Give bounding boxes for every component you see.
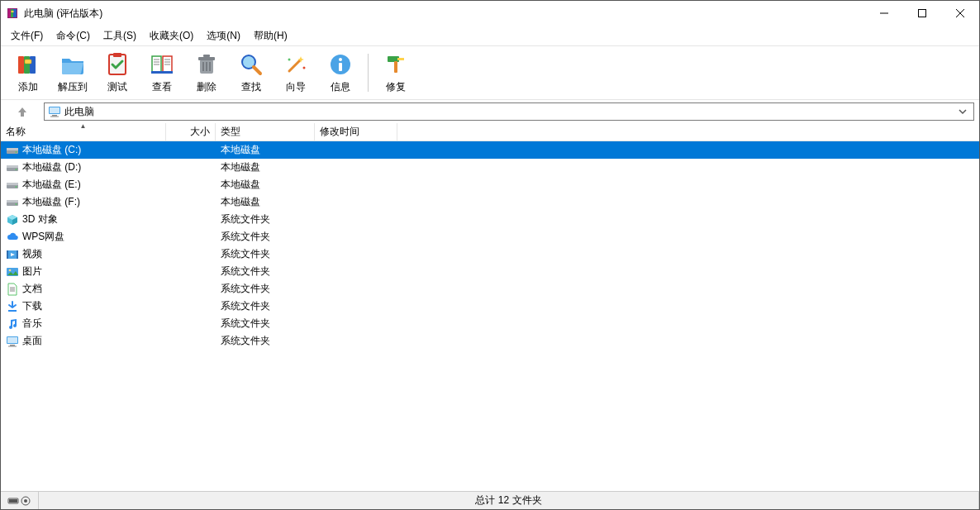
menu-help[interactable]: 帮助(H) — [247, 27, 294, 45]
toolbar-separator — [368, 54, 369, 92]
row-type: 系统文件夹 — [216, 265, 315, 279]
svg-rect-53 — [7, 200, 18, 203]
wizard-label: 向导 — [286, 80, 306, 94]
list-row[interactable]: WPS网盘系统文件夹 — [1, 228, 979, 245]
svg-point-59 — [9, 269, 12, 271]
list-body[interactable]: 本地磁盘 (C:)本地磁盘本地磁盘 (D:)本地磁盘本地磁盘 (E:)本地磁盘本… — [1, 141, 979, 491]
svg-rect-67 — [8, 346, 17, 346]
svg-rect-50 — [7, 183, 18, 185]
svg-rect-65 — [7, 337, 17, 343]
wizard-button[interactable]: 向导 — [274, 48, 318, 98]
svg-rect-9 — [18, 56, 24, 74]
list-row[interactable]: 本地磁盘 (F:)本地磁盘 — [1, 193, 979, 211]
view-label: 查看 — [152, 80, 172, 94]
minimize-button[interactable] — [865, 1, 903, 26]
menu-options[interactable]: 选项(N) — [200, 27, 247, 45]
list-row[interactable]: 文档系统文件夹 — [1, 280, 979, 298]
svg-point-51 — [16, 186, 17, 188]
svg-rect-2 — [11, 9, 13, 17]
column-date[interactable]: 修改时间 — [315, 123, 397, 141]
books-icon — [15, 51, 41, 78]
svg-rect-11 — [30, 56, 36, 74]
row-type: 系统文件夹 — [216, 247, 315, 261]
svg-point-71 — [24, 499, 27, 503]
clipboard-check-icon — [104, 51, 131, 78]
delete-button[interactable]: 删除 — [184, 48, 229, 98]
video-icon — [6, 248, 19, 261]
svg-rect-36 — [388, 56, 399, 62]
maximize-button[interactable] — [903, 1, 941, 26]
svg-rect-35 — [339, 63, 342, 71]
up-button[interactable] — [6, 102, 39, 122]
status-summary: 总计 12 文件夹 — [39, 492, 979, 509]
add-label: 添加 — [18, 80, 38, 94]
svg-rect-23 — [198, 57, 215, 60]
picture-icon — [6, 265, 19, 279]
close-button[interactable] — [941, 1, 979, 26]
list-row[interactable]: 下载系统文件夹 — [1, 298, 979, 315]
address-text: 此电脑 — [64, 105, 955, 119]
download-icon — [6, 300, 19, 313]
menu-tools[interactable]: 工具(S) — [97, 27, 143, 45]
svg-line-29 — [254, 67, 260, 74]
address-dropdown[interactable] — [955, 103, 970, 120]
document-icon — [6, 283, 19, 296]
row-name: 下载 — [22, 299, 42, 313]
list-row[interactable]: 3D 对象系统文件夹 — [1, 211, 979, 228]
list-row[interactable]: 桌面系统文件夹 — [1, 332, 979, 350]
row-type: 系统文件夹 — [216, 334, 315, 348]
address-box[interactable]: 此电脑 — [44, 102, 974, 121]
row-type: 系统文件夹 — [216, 212, 315, 226]
music-icon — [6, 317, 19, 331]
repair-button[interactable]: 修复 — [373, 48, 418, 98]
menu-command[interactable]: 命令(C) — [50, 27, 97, 45]
info-icon — [327, 51, 354, 78]
svg-rect-3 — [13, 9, 17, 17]
svg-point-31 — [288, 59, 291, 61]
info-button[interactable]: 信息 — [318, 48, 363, 98]
svg-rect-1 — [8, 9, 11, 17]
svg-rect-44 — [7, 148, 18, 150]
svg-line-30 — [289, 60, 301, 71]
svg-rect-63 — [8, 310, 17, 312]
svg-rect-40 — [50, 107, 59, 113]
svg-rect-57 — [17, 250, 18, 259]
folder-open-icon — [59, 51, 86, 78]
svg-rect-56 — [7, 250, 8, 259]
row-name: 音乐 — [22, 317, 42, 331]
menu-favorites[interactable]: 收藏夹(O) — [143, 27, 200, 45]
list-header: 名称 ▲ 大小 类型 修改时间 — [1, 123, 979, 141]
test-button[interactable]: 测试 — [95, 48, 140, 98]
column-type[interactable]: 类型 — [216, 123, 315, 141]
svg-rect-41 — [52, 115, 57, 117]
svg-point-45 — [16, 151, 17, 153]
titlebar: 此电脑 (评估版本) — [1, 1, 979, 26]
find-button[interactable]: 查找 — [229, 48, 274, 98]
list-row[interactable]: 图片系统文件夹 — [1, 263, 979, 280]
list-row[interactable]: 本地磁盘 (D:)本地磁盘 — [1, 159, 979, 176]
column-size[interactable]: 大小 — [166, 123, 216, 141]
drive-icon — [6, 179, 19, 192]
svg-rect-4 — [12, 11, 14, 12]
row-type: 系统文件夹 — [216, 299, 315, 313]
wand-icon — [283, 51, 309, 78]
svg-rect-6 — [919, 10, 926, 17]
address-row: 此电脑 — [1, 100, 979, 123]
list-row[interactable]: 视频系统文件夹 — [1, 245, 979, 263]
svg-rect-47 — [7, 165, 18, 168]
view-button[interactable]: 查看 — [140, 48, 184, 98]
column-name[interactable]: 名称 ▲ — [1, 123, 166, 141]
svg-rect-10 — [24, 56, 30, 74]
svg-point-48 — [16, 169, 17, 170]
extract-button[interactable]: 解压到 — [50, 48, 95, 98]
trash-icon — [193, 51, 220, 78]
menu-file[interactable]: 文件(F) — [4, 27, 50, 45]
list-row[interactable]: 音乐系统文件夹 — [1, 315, 979, 332]
svg-point-32 — [303, 67, 306, 69]
list-row[interactable]: 本地磁盘 (E:)本地磁盘 — [1, 176, 979, 193]
add-button[interactable]: 添加 — [6, 48, 50, 98]
list-row[interactable]: 本地磁盘 (C:)本地磁盘 — [1, 141, 979, 159]
row-name: 本地磁盘 (D:) — [22, 160, 81, 174]
svg-rect-37 — [394, 61, 397, 73]
row-name: 3D 对象 — [22, 212, 58, 226]
